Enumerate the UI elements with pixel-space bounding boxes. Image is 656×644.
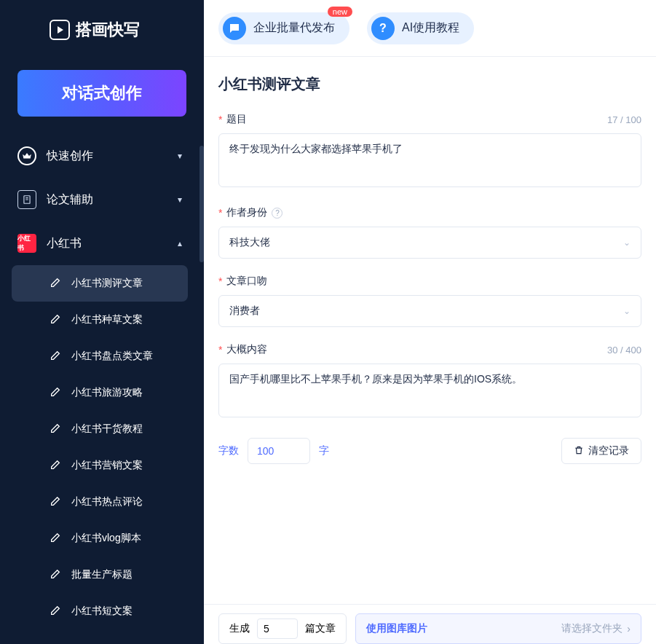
svg-point-2 <box>234 26 236 28</box>
outline-label: 大概内容 <box>226 343 267 356</box>
outline-counter: 30 / 400 <box>607 345 641 356</box>
enterprise-publish-button[interactable]: 企业批量代发布 new <box>218 12 349 44</box>
tone-select[interactable]: 消费者 ⌄ <box>218 295 641 327</box>
chevron-down-icon: ▾ <box>178 151 182 161</box>
question-icon: ? <box>371 17 395 40</box>
chat-bubble-icon <box>223 17 246 40</box>
sidebar-subitem-6[interactable]: 小红书热点评论 <box>12 484 188 520</box>
sidebar-subitem-0[interactable]: 小红书测评文章 <box>12 265 188 302</box>
sidebar-subitem-label: 小红书种草文案 <box>71 313 143 326</box>
sidebar-subitem-label: 小红书营销文案 <box>71 459 143 472</box>
wordcount-input[interactable] <box>248 438 310 464</box>
sidebar-subitem-3[interactable]: 小红书旅游攻略 <box>12 374 188 411</box>
scrollbar-thumb[interactable] <box>199 146 204 262</box>
logo-text: 搭画快写 <box>76 19 140 41</box>
sidebar-subitem-label: 批量生产标题 <box>71 568 133 581</box>
outline-input[interactable] <box>218 364 641 417</box>
nav-scroll[interactable]: 快速创作 ▾ 论文辅助 ▾ 小红书 小红书 ▴ 小红书测评文章小红书种草文案小红… <box>0 134 204 644</box>
clear-history-button[interactable]: 清空记录 <box>561 438 641 464</box>
sidebar-subitem-8[interactable]: 批量生产标题 <box>12 557 188 593</box>
svg-point-3 <box>237 26 238 28</box>
document-icon <box>17 190 36 209</box>
required-mark: * <box>218 114 222 125</box>
title-input[interactable] <box>218 133 641 187</box>
chevron-down-icon: ⌄ <box>623 237 631 248</box>
edit-icon <box>50 350 63 363</box>
gallery-select[interactable]: 使用图库图片 请选择文件夹 › <box>355 613 641 644</box>
bottom-bar: 生成 篇文章 使用图库图片 请选择文件夹 › <box>204 604 656 644</box>
edit-icon <box>50 532 63 545</box>
edit-icon <box>50 313 63 326</box>
page-title: 小红书测评文章 <box>218 74 641 94</box>
crown-icon <box>17 146 36 165</box>
sidebar-subitem-9[interactable]: 小红书短文案 <box>12 593 188 629</box>
edit-icon <box>50 459 63 472</box>
edit-icon <box>50 386 63 399</box>
logo-icon <box>50 20 70 40</box>
sidebar-subitem-label: 小红书测评文章 <box>71 277 143 290</box>
sidebar-subitem-label: 小红书短文案 <box>71 605 133 618</box>
cta-dialog-create-button[interactable]: 对话式创作 <box>17 70 186 117</box>
sidebar-subitem-label: 小红书热点评论 <box>71 495 143 508</box>
ai-tutorial-button[interactable]: ? AI使用教程 <box>367 12 474 44</box>
generate-count-input[interactable] <box>257 619 298 639</box>
sidebar-subitem-label: 小红书盘点类文章 <box>71 350 153 363</box>
generate-count-box: 生成 篇文章 <box>218 613 347 644</box>
chevron-right-icon: › <box>627 623 631 635</box>
logo: 搭画快写 <box>0 0 204 60</box>
edit-icon <box>50 568 63 581</box>
field-title: * 题目 17 / 100 <box>218 113 641 190</box>
nav-item-xiaohongshu[interactable]: 小红书 小红书 ▴ <box>0 221 199 265</box>
sidebar-subitem-2[interactable]: 小红书盘点类文章 <box>12 338 188 374</box>
edit-icon <box>50 495 63 508</box>
field-author: * 作者身份 ? 科技大佬 ⌄ <box>218 206 641 259</box>
chevron-down-icon: ▾ <box>178 195 182 205</box>
title-counter: 17 / 100 <box>607 114 641 125</box>
sidebar-subitem-4[interactable]: 小红书干货教程 <box>12 411 188 447</box>
sidebar-subitem-7[interactable]: 小红书vlog脚本 <box>12 520 188 557</box>
field-tone: * 文章口吻 消费者 ⌄ <box>218 275 641 327</box>
title-label: 题目 <box>226 113 247 126</box>
chevron-down-icon: ⌄ <box>623 306 631 316</box>
new-badge: new <box>328 7 352 17</box>
wordcount-row: 字数 字 清空记录 <box>218 438 641 464</box>
svg-point-1 <box>232 26 234 28</box>
author-select[interactable]: 科技大佬 ⌄ <box>218 227 641 259</box>
help-icon[interactable]: ? <box>272 208 282 219</box>
nav-item-quick-create[interactable]: 快速创作 ▾ <box>0 134 199 178</box>
topbar: 企业批量代发布 new ? AI使用教程 <box>204 0 656 57</box>
author-label: 作者身份 <box>226 206 267 219</box>
nav-item-thesis-help[interactable]: 论文辅助 ▾ <box>0 178 199 221</box>
chevron-up-icon: ▴ <box>178 238 182 248</box>
edit-icon <box>50 605 63 618</box>
edit-icon <box>50 423 63 436</box>
sidebar-subitem-label: 小红书vlog脚本 <box>71 532 141 545</box>
sidebar-subitem-5[interactable]: 小红书营销文案 <box>12 447 188 484</box>
sidebar: 搭画快写 对话式创作 快速创作 ▾ 论文辅助 ▾ 小红书 小红书 ▴ 小红书测评… <box>0 0 204 644</box>
wordcount-label-left: 字数 <box>218 444 239 458</box>
sidebar-subitem-label: 小红书干货教程 <box>71 423 143 436</box>
sidebar-subitem-1[interactable]: 小红书种草文案 <box>12 302 188 338</box>
xiaohongshu-icon: 小红书 <box>17 234 36 253</box>
sidebar-subitem-label: 小红书旅游攻略 <box>71 386 143 399</box>
content: 小红书测评文章 * 题目 17 / 100 * 作者身份 ? 科技大佬 ⌄ * <box>204 57 656 604</box>
main: 企业批量代发布 new ? AI使用教程 小红书测评文章 * 题目 17 / 1… <box>204 0 656 644</box>
tone-label: 文章口吻 <box>226 275 267 288</box>
field-outline: * 大概内容 30 / 400 <box>218 343 641 420</box>
wordcount-label-right: 字 <box>319 444 329 458</box>
trash-icon <box>574 445 584 458</box>
edit-icon <box>50 277 63 290</box>
